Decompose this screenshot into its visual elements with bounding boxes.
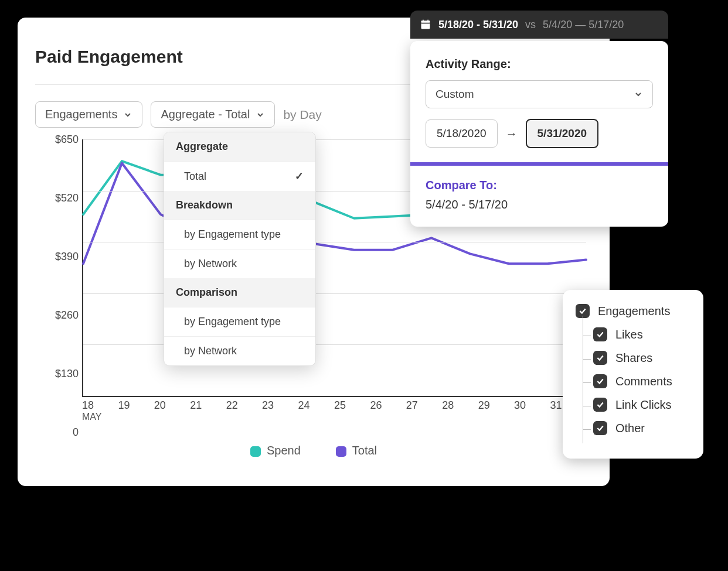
arrow-right-icon: → (506, 127, 518, 141)
date-range-panel: Activity Range: Custom 5/18/2020 → 5/31/… (410, 41, 668, 227)
x-axis-tick: 25 (334, 399, 370, 432)
engagement-type-child[interactable]: Comments (593, 374, 690, 388)
engagement-type-label: Comments (615, 375, 672, 388)
x-axis-tick: 30 (514, 399, 550, 432)
check-icon: ✓ (295, 170, 304, 183)
x-axis-tick: 29 (478, 399, 514, 432)
checkbox-checked-icon (593, 327, 607, 341)
metric-dropdown-label: Engagements (45, 108, 117, 121)
x-axis-tick: 27 (406, 399, 442, 432)
dropdown-group-header: Aggregate (164, 132, 315, 161)
calendar-icon (420, 19, 431, 30)
x-axis-tick: 21 (190, 399, 226, 432)
legend-spend-label: Spend (267, 444, 301, 457)
engagement-type-parent[interactable]: Engagements (576, 304, 690, 318)
checkbox-checked-icon (593, 421, 607, 435)
engagement-type-label: Link Clicks (615, 398, 672, 412)
view-dropdown[interactable]: Aggregate - Total (151, 101, 275, 128)
tree-connector (583, 429, 591, 430)
end-date-input[interactable]: 5/31/2020 (526, 119, 599, 148)
checkbox-checked-icon (593, 398, 607, 412)
date-range-header[interactable]: 5/18/20 - 5/31/20 vs 5/4/20 — 5/17/20 (410, 11, 668, 39)
legend-spend: Spend (250, 444, 301, 457)
x-axis-tick: 26 (370, 399, 406, 432)
tree-line (583, 316, 583, 443)
x-axis-tick: 22 (226, 399, 262, 432)
engagement-type-child[interactable]: Link Clicks (593, 398, 690, 412)
engagement-type-child[interactable]: Likes (593, 327, 690, 341)
chart-legend: Spend Total (35, 444, 592, 457)
dropdown-item[interactable]: by Network (164, 249, 315, 278)
chart-x-axis: 18MAY19202122232425262728293031 (82, 399, 586, 432)
y-axis-tick: $130 (55, 368, 79, 380)
svg-rect-3 (423, 20, 424, 22)
engagement-type-label: Likes (615, 328, 643, 341)
chevron-down-icon (634, 90, 643, 99)
tree-connector (583, 336, 591, 336)
compare-to-value: 5/4/20 - 5/17/20 (426, 198, 653, 211)
start-date-input[interactable]: 5/18/2020 (426, 119, 498, 148)
tree-connector (583, 382, 591, 383)
metric-dropdown[interactable]: Engagements (35, 101, 142, 128)
y-axis-tick: $650 (55, 134, 79, 146)
date-range-compare: 5/4/20 — 5/17/20 (543, 19, 624, 31)
chevron-down-icon (256, 110, 265, 119)
grid-line (83, 242, 586, 242)
y-axis-tick: $390 (55, 251, 79, 263)
engagement-type-parent-label: Engagements (598, 305, 670, 318)
engagement-type-child[interactable]: Shares (593, 351, 690, 365)
grid-line (83, 344, 586, 345)
view-dropdown-label: Aggregate - Total (161, 108, 250, 121)
engagement-type-child[interactable]: Other (593, 421, 690, 435)
y-axis-tick: $520 (55, 192, 79, 204)
svg-rect-2 (421, 20, 430, 22)
dropdown-group-header: Comparison (164, 278, 315, 307)
date-range-primary: 5/18/20 - 5/31/20 (438, 19, 518, 31)
compare-to-label: Compare To: (426, 179, 653, 192)
engagement-types-panel: Engagements LikesSharesCommentsLink Clic… (563, 290, 703, 459)
x-axis-tick: 24 (298, 399, 334, 432)
chart-y-axis: 0$130$260$390$520$650 (41, 139, 82, 432)
range-type-select[interactable]: Custom (426, 80, 653, 108)
y-axis-tick: $260 (55, 309, 79, 322)
granularity-label: by Day (283, 108, 321, 122)
y-axis-tick: 0 (73, 426, 79, 439)
view-dropdown-menu: AggregateTotal✓Breakdownby Engagement ty… (164, 132, 316, 366)
x-axis-tick: 20 (154, 399, 190, 432)
legend-total: Total (336, 444, 377, 457)
dropdown-group-header: Breakdown (164, 191, 315, 220)
tree-connector (583, 406, 591, 406)
dropdown-item[interactable]: by Network (164, 336, 315, 365)
x-axis-tick: 23 (262, 399, 298, 432)
activity-range-label: Activity Range: (426, 57, 653, 71)
dropdown-item[interactable]: by Engagement type (164, 220, 315, 249)
date-range-vs: vs (525, 19, 536, 31)
compare-divider (410, 162, 668, 166)
chevron-down-icon (123, 110, 132, 119)
dropdown-item[interactable]: by Engagement type (164, 307, 315, 336)
engagement-type-label: Shares (615, 351, 652, 365)
grid-line (83, 293, 586, 294)
tree-connector (583, 359, 591, 360)
checkbox-checked-icon (593, 351, 607, 365)
legend-total-label: Total (352, 444, 377, 457)
x-axis-tick: 18MAY (82, 399, 118, 432)
engagement-type-label: Other (615, 422, 645, 435)
range-type-value: Custom (436, 88, 474, 101)
x-axis-tick: 28 (442, 399, 478, 432)
checkbox-checked-icon (593, 374, 607, 388)
svg-rect-4 (427, 20, 428, 22)
dropdown-item[interactable]: Total✓ (164, 161, 315, 191)
x-axis-tick: 19 (118, 399, 154, 432)
date-inputs: 5/18/2020 → 5/31/2020 (426, 119, 653, 148)
